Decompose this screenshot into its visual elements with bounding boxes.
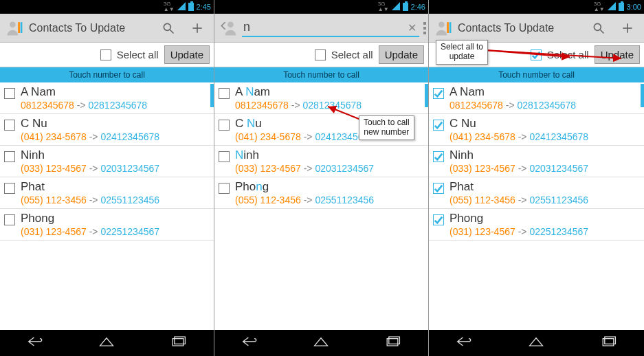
- old-number[interactable]: (033) 123-4567: [235, 163, 301, 174]
- contact-row[interactable]: Ninh (033) 123-4567 -> 02031234567: [214, 146, 428, 177]
- select-all-checkbox[interactable]: [315, 49, 326, 60]
- contact-checkbox[interactable]: [219, 88, 230, 99]
- app-icon[interactable]: [433, 18, 454, 38]
- contact-row[interactable]: A Nam 0812345678 -> 02812345678: [429, 82, 644, 114]
- recents-nav-icon[interactable]: [599, 335, 617, 351]
- old-number[interactable]: (033) 123-4567: [21, 163, 87, 174]
- nav-bar: [0, 330, 214, 356]
- old-number[interactable]: (055) 112-3456: [21, 194, 87, 205]
- contact-row[interactable]: Phong (031) 123-4567 -> 02251234567: [429, 209, 644, 241]
- update-button[interactable]: Update: [595, 45, 640, 64]
- arrow-icon: ->: [89, 131, 98, 142]
- new-number[interactable]: 02812345678: [89, 100, 148, 111]
- back-nav-icon[interactable]: [456, 335, 474, 351]
- back-nav-icon[interactable]: [241, 335, 259, 351]
- old-number[interactable]: 0812345678: [449, 100, 503, 111]
- home-nav-icon[interactable]: [312, 335, 330, 351]
- new-number[interactable]: 02412345678: [100, 131, 159, 142]
- contact-row[interactable]: Phong (055) 112-3456 -> 02551123456: [214, 177, 428, 209]
- contact-checkbox[interactable]: [433, 214, 444, 225]
- old-number[interactable]: 0812345678: [235, 100, 289, 111]
- contact-row[interactable]: C Nu (041) 234-5678 -> 02412345678: [429, 114, 644, 146]
- new-number[interactable]: 02031234567: [100, 163, 159, 174]
- contact-numbers[interactable]: (033) 123-4567 -> 02031234567: [235, 163, 424, 174]
- new-number[interactable]: 02251234567: [100, 226, 159, 237]
- search-icon[interactable]: [586, 16, 611, 41]
- contact-numbers[interactable]: (041) 234-5678 -> 02412345678: [449, 131, 640, 142]
- overflow-menu-icon[interactable]: [423, 16, 426, 41]
- contact-numbers[interactable]: (055) 112-3456 -> 02551123456: [21, 194, 210, 205]
- contact-checkbox[interactable]: [4, 183, 15, 194]
- collapse-search-icon[interactable]: [219, 18, 238, 38]
- contact-row[interactable]: Phat (055) 112-3456 -> 02551123456: [429, 177, 644, 209]
- contact-list[interactable]: A Nam 0812345678 -> 02812345678 C Nu (04…: [0, 82, 214, 330]
- old-number[interactable]: 0812345678: [21, 100, 74, 111]
- old-number[interactable]: (055) 112-3456: [235, 194, 301, 205]
- contact-row[interactable]: Ninh (033) 123-4567 -> 02031234567: [0, 146, 214, 177]
- contact-checkbox[interactable]: [433, 120, 444, 131]
- contact-row[interactable]: Phat (055) 112-3456 -> 02551123456: [0, 177, 214, 209]
- app-icon[interactable]: [4, 18, 25, 38]
- contact-numbers[interactable]: 0812345678 -> 02812345678: [449, 100, 640, 111]
- old-number[interactable]: (041) 234-5678: [21, 131, 87, 142]
- old-number[interactable]: (055) 112-3456: [449, 194, 515, 205]
- contact-row[interactable]: Phong (031) 123-4567 -> 02251234567: [0, 209, 214, 241]
- contact-numbers[interactable]: 0812345678 -> 02812345678: [21, 100, 210, 111]
- new-number[interactable]: 02551123456: [315, 194, 374, 205]
- old-number[interactable]: (031) 123-4567: [449, 226, 515, 237]
- contact-row[interactable]: C Nu (041) 234-5678 -> 02412345678: [0, 114, 214, 146]
- contact-checkbox[interactable]: [219, 151, 230, 162]
- contact-numbers[interactable]: (055) 112-3456 -> 02551123456: [235, 194, 424, 205]
- new-number[interactable]: 02412345678: [529, 131, 588, 142]
- select-all-checkbox[interactable]: [100, 49, 111, 60]
- contact-numbers[interactable]: (033) 123-4567 -> 02031234567: [21, 163, 210, 174]
- home-nav-icon[interactable]: [98, 335, 115, 351]
- old-number[interactable]: (041) 234-5678: [449, 131, 515, 142]
- old-number[interactable]: (041) 234-5678: [235, 131, 301, 142]
- new-number[interactable]: 02551123456: [100, 194, 159, 205]
- search-icon[interactable]: [156, 16, 181, 41]
- clear-search-icon[interactable]: ✕: [408, 21, 417, 34]
- contact-row[interactable]: Ninh (033) 123-4567 -> 02031234567: [429, 146, 644, 177]
- recents-nav-icon[interactable]: [384, 335, 401, 351]
- page-title: Contacts To Update: [458, 22, 582, 34]
- nav-bar: [214, 330, 428, 356]
- new-number[interactable]: 02031234567: [529, 163, 588, 174]
- contact-numbers[interactable]: 0812345678 -> 02812345678: [235, 100, 424, 111]
- contact-row[interactable]: A Nam 0812345678 -> 02812345678: [0, 82, 214, 114]
- contact-checkbox[interactable]: [219, 120, 230, 131]
- contact-numbers[interactable]: (033) 123-4567 -> 02031234567: [449, 163, 640, 174]
- contact-checkbox[interactable]: [4, 120, 15, 131]
- contact-name: Phat: [449, 180, 640, 194]
- new-number[interactable]: 02812345678: [518, 100, 577, 111]
- contact-numbers[interactable]: (041) 234-5678 -> 02412345678: [21, 131, 210, 142]
- contact-checkbox[interactable]: [219, 183, 230, 194]
- contact-list[interactable]: A Nam 0812345678 -> 02812345678 C Nu (04…: [429, 82, 644, 330]
- contact-numbers[interactable]: (031) 123-4567 -> 02251234567: [449, 226, 640, 237]
- search-input[interactable]: [242, 19, 419, 37]
- contact-checkbox[interactable]: [433, 183, 444, 194]
- contact-numbers[interactable]: (055) 112-3456 -> 02551123456: [449, 194, 640, 205]
- new-number[interactable]: 02031234567: [315, 163, 374, 174]
- arrow-icon: ->: [518, 226, 527, 237]
- contact-row[interactable]: A Nam 0812345678 -> 02812345678: [214, 82, 428, 114]
- contact-numbers[interactable]: (031) 123-4567 -> 02251234567: [21, 226, 210, 237]
- contact-checkbox[interactable]: [433, 151, 444, 162]
- contact-checkbox[interactable]: [4, 214, 15, 225]
- add-icon[interactable]: [615, 16, 640, 41]
- back-nav-icon[interactable]: [27, 335, 45, 351]
- contact-checkbox[interactable]: [4, 88, 15, 99]
- old-number[interactable]: (031) 123-4567: [21, 226, 87, 237]
- contact-checkbox[interactable]: [4, 151, 15, 162]
- select-all-checkbox[interactable]: [531, 49, 542, 60]
- contact-checkbox[interactable]: [433, 88, 444, 99]
- add-icon[interactable]: [185, 16, 210, 41]
- new-number[interactable]: 02812345678: [303, 100, 362, 111]
- new-number[interactable]: 02251234567: [529, 226, 588, 237]
- new-number[interactable]: 02551123456: [529, 194, 588, 205]
- old-number[interactable]: (033) 123-4567: [449, 163, 515, 174]
- update-button[interactable]: Update: [164, 45, 210, 64]
- update-button[interactable]: Update: [379, 45, 424, 64]
- home-nav-icon[interactable]: [527, 335, 545, 351]
- recents-nav-icon[interactable]: [169, 335, 187, 351]
